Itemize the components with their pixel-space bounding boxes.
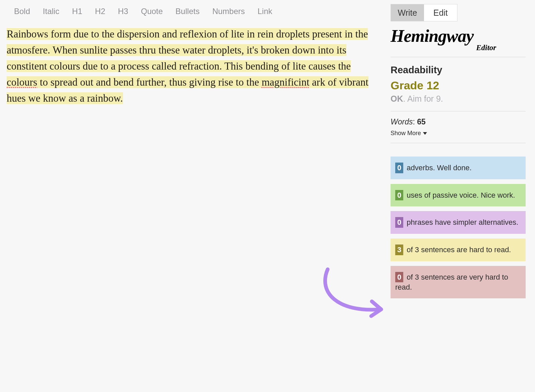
h1-button[interactable]: H1	[72, 7, 82, 16]
stats-list: 0 adverbs. Well done. 0 uses of passive …	[391, 157, 526, 298]
word-count: Words: 65	[391, 117, 526, 126]
chevron-down-icon	[423, 132, 427, 135]
stat-text: adverbs. Well done.	[405, 164, 471, 172]
stat-adverbs[interactable]: 0 adverbs. Well done.	[391, 157, 526, 179]
h2-button[interactable]: H2	[95, 7, 105, 16]
word-count-label: Words	[391, 117, 413, 126]
divider	[391, 57, 526, 57]
bold-button[interactable]: Bold	[14, 7, 30, 16]
link-button[interactable]: Link	[257, 7, 272, 16]
bullets-button[interactable]: Bullets	[176, 7, 200, 16]
stat-text: phrases have simpler alternatives.	[405, 218, 518, 226]
editor-paragraph[interactable]: Rainbows form due to the dispersion and …	[7, 26, 371, 106]
edit-mode-button[interactable]: Edit	[424, 4, 457, 21]
h3-button[interactable]: H3	[118, 7, 128, 16]
stat-text: of 3 sentences are very hard to read.	[395, 273, 508, 292]
stat-badge: 0	[395, 163, 403, 173]
readability-note: OK. Aim for 9.	[391, 94, 526, 104]
logo-title: Hemingway	[391, 27, 526, 45]
word-count-sep: :	[413, 117, 417, 126]
editor-area[interactable]: Rainbows form due to the dispersion and …	[0, 26, 378, 106]
mode-toggle: Write Edit	[391, 4, 457, 21]
numbers-button[interactable]: Numbers	[212, 7, 245, 16]
stat-very-hard-sentences[interactable]: 0 of 3 sentences are very hard to read.	[391, 266, 526, 298]
word-count-value: 65	[417, 117, 426, 126]
stat-badge: 0	[395, 272, 403, 283]
show-more-label: Show More	[391, 130, 421, 137]
divider	[391, 111, 526, 111]
show-more-toggle[interactable]: Show More	[391, 130, 427, 137]
text-run: This bending of lite causes the	[222, 60, 351, 72]
italic-button[interactable]: Italic	[43, 7, 59, 16]
stat-badge: 0	[395, 217, 403, 228]
sidebar: Write Edit Hemingway Editor Readability …	[391, 4, 526, 298]
spellcheck-underline: colours	[7, 76, 37, 88]
write-mode-button[interactable]: Write	[391, 4, 424, 21]
readability-grade: Grade 12	[391, 79, 526, 92]
quote-button[interactable]: Quote	[141, 7, 163, 16]
readability-ok: OK	[391, 94, 403, 103]
stat-badge: 3	[395, 244, 403, 255]
stat-hard-sentences[interactable]: 3 of 3 sentences are hard to read.	[391, 238, 526, 261]
stat-passive-voice[interactable]: 0 uses of passive voice. Nice work.	[391, 184, 526, 207]
text-run: to spread out and bend further, thus giv…	[37, 76, 261, 88]
app-logo: Hemingway Editor	[391, 27, 526, 52]
spellcheck-underline: magnificint	[261, 76, 309, 88]
readability-aim: . Aim for 9.	[403, 94, 443, 103]
divider	[391, 143, 526, 143]
stat-text: uses of passive voice. Nice work.	[405, 191, 515, 199]
annotation-arrow-icon	[318, 266, 401, 333]
stat-simpler-phrases[interactable]: 0 phrases have simpler alternatives.	[391, 211, 526, 234]
stat-text: of 3 sentences are hard to read.	[405, 246, 511, 254]
readability-heading: Readability	[391, 65, 526, 76]
stat-badge: 0	[395, 190, 403, 201]
